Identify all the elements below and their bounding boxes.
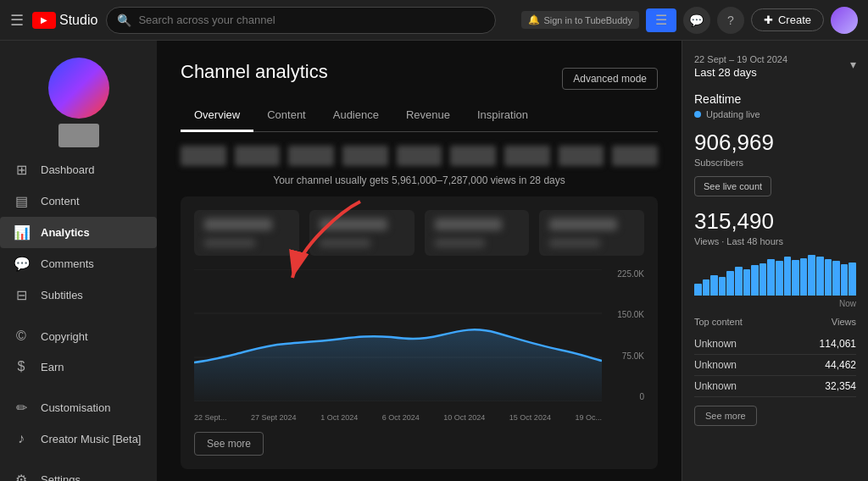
help-icon-button[interactable]: ? bbox=[717, 7, 744, 34]
chart-y-labels: 225.0K 150.0K 75.0K 0 bbox=[605, 269, 644, 401]
channel-profile bbox=[0, 47, 157, 154]
mini-bar-chart bbox=[694, 255, 856, 296]
blurred-card-6 bbox=[450, 146, 496, 166]
metric-blurred-4 bbox=[549, 218, 617, 230]
x-label-3: 6 Oct 2024 bbox=[382, 413, 420, 422]
tab-overview[interactable]: Overview bbox=[181, 100, 253, 132]
blurred-card-9 bbox=[612, 146, 658, 166]
y-label-75: 75.0K bbox=[622, 351, 644, 361]
sidebar-item-creator-music[interactable]: ♪ Creator Music [Beta] bbox=[0, 423, 157, 454]
views-header: Views bbox=[832, 317, 856, 327]
search-input[interactable] bbox=[138, 14, 485, 26]
youtube-icon bbox=[32, 12, 56, 29]
sidebar: ⊞ Dashboard ▤ Content 📊 Analytics 💬 Comm… bbox=[0, 41, 157, 481]
subtitles-icon: ⊟ bbox=[14, 287, 29, 303]
youtube-studio-logo[interactable]: Studio bbox=[32, 12, 97, 29]
sidebar-item-settings[interactable]: ⚙ Settings bbox=[0, 464, 157, 481]
date-range-selector[interactable]: 22 Sept – 19 Oct 2024 Last 28 days ▾ bbox=[694, 54, 856, 79]
sidebar-item-customisation[interactable]: ✏ Customisation bbox=[0, 392, 157, 423]
sidebar-item-copyright[interactable]: © Copyright bbox=[0, 321, 157, 351]
x-label-6: 19 Oc... bbox=[575, 413, 602, 422]
search-bar[interactable]: 🔍 bbox=[106, 7, 496, 34]
tubebuddy-button[interactable]: 🔔 Sign in to TubeBuddy bbox=[521, 11, 639, 29]
tab-inspiration[interactable]: Inspiration bbox=[464, 100, 542, 132]
copyright-icon: © bbox=[14, 329, 29, 344]
see-live-count-button[interactable]: See live count bbox=[694, 176, 771, 196]
bar-11 bbox=[776, 261, 783, 296]
sidebar-item-label: Content bbox=[41, 195, 80, 207]
realtime-live: Updating live bbox=[694, 109, 856, 119]
bar-7 bbox=[743, 269, 751, 296]
sidebar-item-comments[interactable]: 💬 Comments bbox=[0, 248, 157, 279]
tubebuddy-label: Sign in to TubeBuddy bbox=[543, 15, 632, 25]
tab-audience[interactable]: Audience bbox=[320, 100, 392, 132]
tubebuddy-menu-button[interactable]: ☰ bbox=[646, 8, 676, 32]
create-button[interactable]: ✚ Create bbox=[751, 8, 824, 31]
sidebar-item-earn[interactable]: $ Earn bbox=[0, 351, 157, 382]
metric-card-4 bbox=[539, 210, 644, 256]
bar-15 bbox=[808, 255, 815, 296]
topnav: ☰ Studio 🔍 🔔 Sign in to TubeBuddy ☰ 💬 ? … bbox=[0, 0, 868, 41]
bar-1 bbox=[694, 284, 702, 296]
tab-content[interactable]: Content bbox=[253, 100, 320, 132]
tab-revenue[interactable]: Revenue bbox=[392, 100, 464, 132]
date-range-label: 22 Sept – 19 Oct 2024 bbox=[694, 54, 787, 64]
bar-13 bbox=[792, 260, 799, 296]
top-content-views-2: 44,462 bbox=[825, 359, 856, 371]
earn-icon: $ bbox=[14, 359, 29, 374]
creator-music-icon: ♪ bbox=[14, 431, 29, 446]
top-content-header: Top content Views bbox=[694, 317, 856, 327]
top-content-row-2: Unknown 44,462 bbox=[694, 355, 856, 376]
views-count: 315,490 bbox=[694, 208, 856, 235]
metric-card-3 bbox=[425, 210, 530, 256]
bar-14 bbox=[800, 258, 808, 296]
blurred-card-3 bbox=[288, 146, 334, 166]
blurred-cards-row bbox=[181, 146, 658, 166]
bar-9 bbox=[760, 263, 767, 296]
date-range-info: 22 Sept – 19 Oct 2024 Last 28 days bbox=[694, 54, 787, 79]
top-content-row-1: Unknown 114,061 bbox=[694, 334, 856, 355]
bar-18 bbox=[832, 261, 840, 296]
sidebar-item-label: Dashboard bbox=[41, 163, 95, 176]
sidebar-item-content[interactable]: ▤ Content bbox=[0, 185, 157, 217]
bar-5 bbox=[726, 271, 734, 296]
bar-20 bbox=[849, 263, 856, 296]
metric-card-1 bbox=[194, 210, 299, 256]
sidebar-item-dashboard[interactable]: ⊞ Dashboard bbox=[0, 154, 157, 185]
studio-label: Studio bbox=[59, 13, 97, 28]
topnav-left: ☰ Studio bbox=[10, 11, 97, 30]
create-icon: ✚ bbox=[764, 14, 773, 26]
channel-avatar[interactable] bbox=[48, 58, 109, 119]
sidebar-item-label: Copyright bbox=[41, 330, 88, 343]
content-icon: ▤ bbox=[14, 193, 29, 209]
blurred-card-1 bbox=[181, 146, 226, 166]
dashboard-icon: ⊞ bbox=[14, 162, 29, 178]
metric-blurred-sm-4 bbox=[549, 239, 600, 247]
comments-icon: 💬 bbox=[14, 256, 29, 272]
blurred-card-7 bbox=[504, 146, 550, 166]
metric-blurred-3 bbox=[435, 218, 503, 230]
realtime-live-label: Updating live bbox=[706, 109, 760, 119]
sidebar-item-label: Analytics bbox=[41, 226, 90, 239]
bar-16 bbox=[816, 257, 824, 296]
feedback-icon-button[interactable]: 💬 bbox=[683, 7, 710, 34]
subscribers-count: 906,969 bbox=[694, 130, 856, 156]
sidebar-item-label: Comments bbox=[41, 257, 94, 270]
sidebar-item-subtitles[interactable]: ⊟ Subtitles bbox=[0, 279, 157, 311]
avatar[interactable] bbox=[831, 7, 858, 34]
main-content: Channel analytics Advanced mode Overview… bbox=[157, 41, 682, 481]
see-more-button-sm[interactable]: See more bbox=[694, 406, 757, 426]
blurred-card-2 bbox=[235, 146, 281, 166]
see-more-button[interactable]: See more bbox=[194, 432, 264, 456]
bar-2 bbox=[703, 279, 710, 296]
x-label-1: 27 Sept 2024 bbox=[251, 413, 297, 422]
metric-card-2 bbox=[309, 210, 415, 256]
hamburger-icon[interactable]: ☰ bbox=[10, 11, 24, 30]
advanced-mode-button[interactable]: Advanced mode bbox=[562, 68, 658, 90]
sidebar-item-analytics[interactable]: 📊 Analytics bbox=[0, 217, 157, 248]
tubebuddy-icon: 🔔 bbox=[528, 14, 540, 25]
top-content-row-3: Unknown 32,354 bbox=[694, 376, 856, 397]
bar-10 bbox=[767, 259, 775, 296]
customisation-icon: ✏ bbox=[14, 400, 29, 416]
top-content-name-1: Unknown bbox=[694, 338, 737, 350]
